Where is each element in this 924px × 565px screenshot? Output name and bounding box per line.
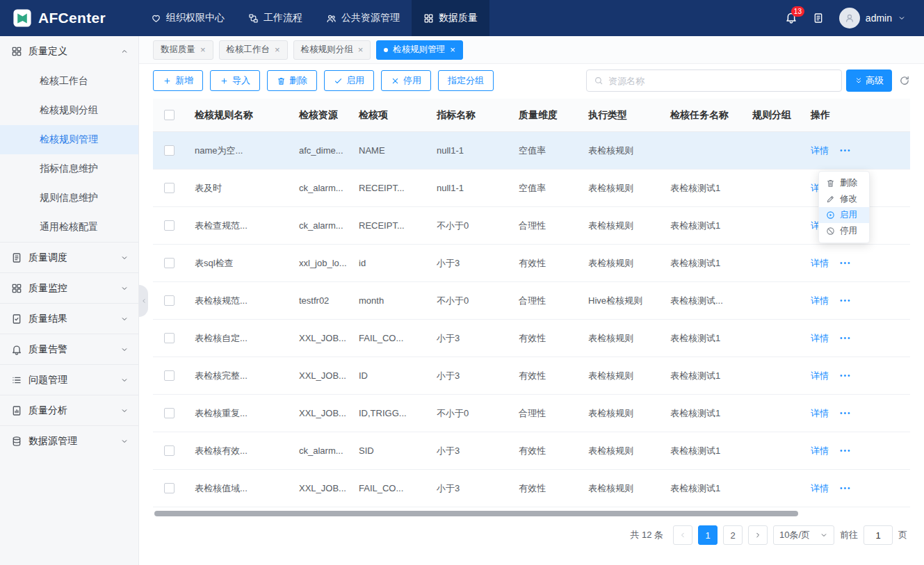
- detail-link[interactable]: 详情: [811, 257, 829, 270]
- table-row-8[interactable]: 表检核重复...XXL_JOB...ID,TRIGG...不小于0合理性表检核规…: [153, 395, 910, 432]
- table-row-6[interactable]: 表检核自定...XXL_JOB...FAIL_CO...小于3有效性表检核规则表…: [153, 320, 910, 357]
- document-icon[interactable]: [813, 13, 824, 24]
- sidebar-item-3[interactable]: 检核规则管理: [0, 125, 138, 154]
- row-checkbox[interactable]: [164, 445, 175, 456]
- row-checkbox[interactable]: [164, 183, 175, 193]
- select-all-checkbox[interactable]: [164, 110, 175, 120]
- table-row-10[interactable]: 表检核值域...XXL_JOB...FAIL_CO...小于3有效性表检核规则表…: [153, 470, 910, 507]
- close-icon[interactable]: ×: [358, 45, 364, 54]
- search-input[interactable]: [608, 76, 834, 86]
- toolbar-button-1[interactable]: 新增: [153, 70, 203, 91]
- goto-page-input[interactable]: [864, 525, 893, 545]
- toolbar-button-4[interactable]: 启用: [324, 70, 374, 91]
- more-actions-button[interactable]: •••: [840, 147, 852, 154]
- sidebar-group-2[interactable]: 质量调度: [0, 242, 138, 272]
- page-size-select[interactable]: 10条/页: [773, 525, 834, 545]
- detail-link[interactable]: 详情: [811, 445, 829, 457]
- refresh-icon[interactable]: [899, 75, 910, 86]
- table-row-7[interactable]: 表检核完整...XXL_JOB...ID小于3有效性表检核规则表检核测试1详情•…: [153, 357, 910, 395]
- cell-4: 小于3: [427, 370, 509, 382]
- detail-link[interactable]: 详情: [811, 482, 829, 495]
- sidebar-group-8[interactable]: 数据源管理: [0, 425, 138, 456]
- close-icon[interactable]: ×: [200, 45, 206, 54]
- cell-2: ck_alarm...: [289, 220, 349, 231]
- sidebar-item-1[interactable]: 检核工作台: [0, 67, 138, 96]
- more-actions-button[interactable]: •••: [840, 334, 852, 342]
- table-row-3[interactable]: 表检查规范...ck_alarm...RECEIPT...不小于0合理性表检核规…: [153, 207, 910, 245]
- cell-6: Hive检核规则: [578, 295, 660, 307]
- sidebar-group-7[interactable]: 质量分析: [0, 395, 138, 425]
- cell-2: XXL_JOB...: [289, 408, 349, 418]
- sidebar-group-label: 质量调度: [29, 252, 114, 264]
- page-button-1[interactable]: 1: [698, 525, 718, 545]
- checkbox-cell: [153, 408, 185, 418]
- row-checkbox[interactable]: [164, 258, 175, 268]
- prev-page-button[interactable]: [673, 525, 692, 545]
- advanced-search-button[interactable]: 高级: [846, 69, 892, 92]
- more-actions-button[interactable]: •••: [840, 259, 852, 267]
- sidebar-group-5[interactable]: 质量告警: [0, 334, 138, 364]
- sidebar-item-6[interactable]: 通用检核配置: [0, 213, 138, 242]
- topnav-item-1[interactable]: 组织权限中心: [139, 0, 236, 36]
- column-header-4: 指标名称: [427, 109, 509, 122]
- more-actions-button[interactable]: •••: [840, 297, 852, 304]
- more-actions-button[interactable]: •••: [840, 447, 852, 455]
- row-checkbox[interactable]: [164, 370, 175, 381]
- cell-1: 表检核有效...: [185, 445, 289, 457]
- toolbar-button-3[interactable]: 删除: [267, 70, 317, 91]
- page-button-2[interactable]: 2: [723, 525, 743, 545]
- checkbox-cell: [153, 333, 185, 343]
- more-actions-button[interactable]: •••: [840, 409, 852, 417]
- tab-1[interactable]: 数据质量×: [153, 40, 213, 60]
- context-menu-item-3[interactable]: 启用: [819, 207, 869, 223]
- topnav-item-4[interactable]: 数据质量: [412, 0, 489, 36]
- context-menu-item-1[interactable]: 删除: [819, 175, 869, 191]
- sidebar-collapse-handle[interactable]: [139, 285, 148, 317]
- sidebar-group-1[interactable]: 质量定义: [0, 36, 138, 67]
- more-actions-button[interactable]: •••: [840, 484, 852, 492]
- sidebar-item-4[interactable]: 指标信息维护: [0, 154, 138, 183]
- next-page-button[interactable]: [748, 525, 768, 545]
- toolbar-button-2[interactable]: 导入: [210, 70, 260, 91]
- row-checkbox[interactable]: [164, 220, 175, 231]
- sidebar-group-6[interactable]: 问题管理: [0, 364, 138, 395]
- app-logo[interactable]: AFCenter: [0, 0, 139, 36]
- sidebar-group-3[interactable]: 质量监控: [0, 272, 138, 303]
- close-icon[interactable]: ×: [275, 45, 280, 54]
- check-icon: [334, 76, 343, 85]
- tab-4[interactable]: 检核规则管理×: [376, 40, 463, 60]
- more-actions-button[interactable]: •••: [840, 372, 852, 379]
- topnav-item-2[interactable]: 工作流程: [236, 0, 314, 36]
- row-checkbox[interactable]: [164, 295, 175, 306]
- table-row-1[interactable]: name为空...afc_dime...NAMEnull1-1空值率表检核规则详…: [153, 132, 910, 170]
- detail-link[interactable]: 详情: [811, 295, 829, 307]
- sidebar-item-2[interactable]: 检核规则分组: [0, 96, 138, 125]
- row-checkbox[interactable]: [164, 333, 175, 343]
- detail-link[interactable]: 详情: [811, 407, 829, 420]
- context-menu-item-4[interactable]: 停用: [819, 223, 869, 239]
- row-checkbox[interactable]: [164, 145, 175, 156]
- scrollbar-thumb[interactable]: [154, 511, 798, 516]
- tab-2[interactable]: 检核工作台×: [219, 40, 288, 60]
- sidebar-item-5[interactable]: 规则信息维护: [0, 183, 138, 213]
- user-menu[interactable]: admin: [839, 8, 906, 28]
- sidebar-group-4[interactable]: 质量结果: [0, 303, 138, 334]
- cell-4: null1-1: [427, 145, 509, 156]
- detail-link[interactable]: 详情: [811, 370, 829, 382]
- row-checkbox[interactable]: [164, 408, 175, 418]
- cell-3: RECEIPT...: [349, 220, 427, 231]
- context-menu-item-2[interactable]: 修改: [819, 191, 869, 207]
- close-icon[interactable]: ×: [450, 45, 455, 54]
- detail-link[interactable]: 详情: [811, 332, 829, 345]
- table-row-9[interactable]: 表检核有效...ck_alarm...SID小于3有效性表检核规则表检核测试1详…: [153, 432, 910, 470]
- notifications-button[interactable]: 13: [785, 11, 797, 26]
- table-row-2[interactable]: 表及时ck_alarm...RECEIPT...null1-1空值率表检核规则表…: [153, 170, 910, 207]
- tab-3[interactable]: 检核规则分组×: [293, 40, 371, 60]
- detail-link[interactable]: 详情: [811, 145, 829, 157]
- toolbar-button-5[interactable]: 停用: [381, 70, 431, 91]
- toolbar-button-6[interactable]: 指定分组: [438, 70, 494, 91]
- table-row-4[interactable]: 表sql检查xxl_job_lo...id小于3有效性表检核规则表检核测试1详情…: [153, 245, 910, 282]
- row-checkbox[interactable]: [164, 483, 175, 493]
- table-row-5[interactable]: 表检核规范...testfr02month不小于0合理性Hive检核规则表检核测…: [153, 282, 910, 320]
- topnav-item-3[interactable]: 公共资源管理: [314, 0, 412, 36]
